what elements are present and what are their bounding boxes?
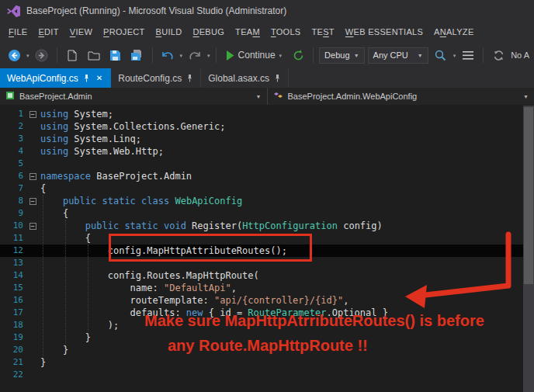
- code-line-10[interactable]: 10− public static void Register(HttpConf…: [0, 220, 523, 232]
- restart-button[interactable]: [289, 46, 307, 64]
- fold-collapse-icon[interactable]: −: [25, 108, 40, 120]
- solution-configuration-value: Debug: [324, 50, 349, 60]
- solution-configuration-dropdown[interactable]: Debug ▼: [319, 47, 364, 64]
- code-line-1[interactable]: 1−using System;: [0, 108, 523, 120]
- code-line-5[interactable]: 5: [0, 158, 523, 170]
- navigate-back-button[interactable]: [5, 46, 23, 64]
- redo-dropdown-caret[interactable]: ▾: [207, 53, 210, 58]
- menu-edit[interactable]: EDIT: [33, 24, 64, 40]
- save-button[interactable]: [106, 46, 125, 64]
- code-line-19[interactable]: 19 }: [0, 331, 523, 344]
- pin-icon[interactable]: [186, 75, 193, 82]
- toolbar-separator: [216, 47, 217, 63]
- code-line-11[interactable]: 11 {: [0, 232, 523, 245]
- code-text: namespace BaseProject.Admin: [40, 170, 523, 182]
- code-text: using System.Linq;: [40, 133, 523, 145]
- menu-web-essentials[interactable]: WEB ESSENTIALS: [340, 24, 428, 40]
- code-line-4[interactable]: 4using System.Web.Http;: [0, 145, 523, 158]
- fold-margin: [25, 245, 40, 257]
- code-text: {: [40, 232, 523, 245]
- open-file-icon[interactable]: [85, 46, 103, 64]
- code-line-20[interactable]: 20 }: [0, 344, 523, 356]
- tab-routeconfig-cs[interactable]: RouteConfig.cs: [111, 68, 201, 88]
- menu-analyze[interactable]: ANALYZE: [428, 24, 479, 40]
- menu-debug[interactable]: DEBUG: [187, 24, 230, 40]
- find-icon[interactable]: [432, 46, 450, 64]
- save-all-button[interactable]: [128, 46, 147, 64]
- class-icon: [273, 91, 283, 102]
- code-line-7[interactable]: 7{: [0, 182, 523, 195]
- menu-team[interactable]: TEAM: [230, 24, 265, 40]
- find-dropdown-caret[interactable]: ▾: [453, 53, 456, 58]
- code-line-8[interactable]: 8− public static class WebApiConfig: [0, 195, 523, 207]
- undo-button[interactable]: [158, 46, 177, 64]
- code-line-16[interactable]: 16 routeTemplate: "api/{controller}/{id}…: [0, 294, 523, 307]
- scrollbar-thumb[interactable]: [524, 107, 533, 284]
- menu-tools[interactable]: TOOLS: [265, 24, 307, 40]
- fold-collapse-icon[interactable]: −: [25, 195, 40, 207]
- code-line-21[interactable]: 21}: [0, 356, 523, 369]
- line-number: 18: [0, 319, 25, 331]
- navigate-back-dropdown-caret[interactable]: ▾: [26, 53, 29, 58]
- code-line-22[interactable]: 22: [0, 369, 523, 381]
- code-line-6[interactable]: 6−namespace BaseProject.Admin: [0, 170, 523, 182]
- code-text: [40, 257, 523, 269]
- code-text: routeTemplate: "api/{controller}/{id}",: [40, 294, 523, 307]
- pin-icon[interactable]: [83, 75, 90, 82]
- menu-build[interactable]: BUILD: [151, 24, 188, 40]
- solution-platform-dropdown[interactable]: Any CPU ▼: [368, 47, 428, 64]
- line-number: 14: [0, 269, 25, 282]
- code-editor[interactable]: 1−using System;2using System.Collections…: [0, 106, 534, 392]
- close-icon[interactable]: ✕: [95, 74, 104, 83]
- line-number: 7: [0, 182, 25, 195]
- code-lines: 1−using System;2using System.Collections…: [0, 108, 523, 381]
- navigate-forward-button[interactable]: [33, 46, 51, 64]
- menu-view[interactable]: VIEW: [64, 24, 98, 40]
- menubar: FILEEDITVIEWPROJECTBUILDDEBUGTEAMTOOLSTE…: [0, 22, 534, 42]
- line-number: 1: [0, 108, 25, 120]
- menu-lines-icon[interactable]: [459, 46, 477, 64]
- line-number: 15: [0, 282, 25, 294]
- code-line-9[interactable]: 9 {: [0, 207, 523, 220]
- code-text: config.MapHttpAttributeRoutes();: [40, 245, 523, 257]
- continue-button[interactable]: Continue ▾: [222, 46, 286, 64]
- project-dropdown[interactable]: BaseProject.Admin ▼: [0, 88, 268, 105]
- tab-global-asax-cs[interactable]: Global.asax.cs: [201, 68, 289, 88]
- line-number: 8: [0, 195, 25, 207]
- toolbar-right-group: No A: [459, 46, 529, 64]
- menu-test[interactable]: TEST: [307, 24, 340, 40]
- code-line-18[interactable]: 18 );: [0, 319, 523, 331]
- fold-margin: [25, 232, 40, 245]
- browser-link-refresh-icon[interactable]: [489, 46, 508, 64]
- line-number: 13: [0, 257, 25, 269]
- tab-webapiconfig-cs[interactable]: WebApiConfig.cs✕: [0, 68, 111, 88]
- code-line-2[interactable]: 2using System.Collections.Generic;: [0, 120, 523, 133]
- type-dropdown[interactable]: BaseProject.Admin.WebApiConfig ▼: [268, 88, 534, 105]
- code-text: using System;: [40, 108, 523, 120]
- menu-project[interactable]: PROJECT: [98, 24, 150, 40]
- vertical-scrollbar[interactable]: [523, 106, 534, 392]
- new-file-icon[interactable]: [63, 46, 81, 64]
- fold-margin: [25, 182, 40, 195]
- code-line-13[interactable]: 13: [0, 257, 523, 269]
- code-text: [40, 369, 523, 381]
- code-line-14[interactable]: 14 config.Routes.MapHttpRoute(: [0, 269, 523, 282]
- fold-collapse-icon[interactable]: −: [25, 220, 40, 232]
- code-line-17[interactable]: 17 defaults: new { id = RouteParameter.O…: [0, 307, 523, 319]
- continue-label: Continue: [238, 50, 276, 61]
- fold-collapse-icon[interactable]: −: [25, 170, 40, 182]
- code-line-3[interactable]: 3using System.Linq;: [0, 133, 523, 145]
- code-line-12[interactable]: 12 config.MapHttpAttributeRoutes();: [0, 245, 523, 257]
- code-line-15[interactable]: 15 name: "DefaultApi",: [0, 282, 523, 294]
- fold-margin: [25, 294, 40, 307]
- menu-file[interactable]: FILE: [3, 24, 33, 40]
- code-text: config.Routes.MapHttpRoute(: [40, 269, 523, 282]
- indent-guide: [88, 245, 88, 331]
- redo-button[interactable]: [186, 46, 204, 64]
- pin-icon[interactable]: [274, 75, 281, 82]
- line-number: 21: [0, 356, 25, 369]
- undo-dropdown-caret[interactable]: ▾: [180, 53, 183, 58]
- chevron-down-icon: ▼: [256, 94, 262, 99]
- code-text: public static void Register(HttpConfigur…: [40, 220, 523, 232]
- browser-link-label[interactable]: No A: [511, 50, 529, 60]
